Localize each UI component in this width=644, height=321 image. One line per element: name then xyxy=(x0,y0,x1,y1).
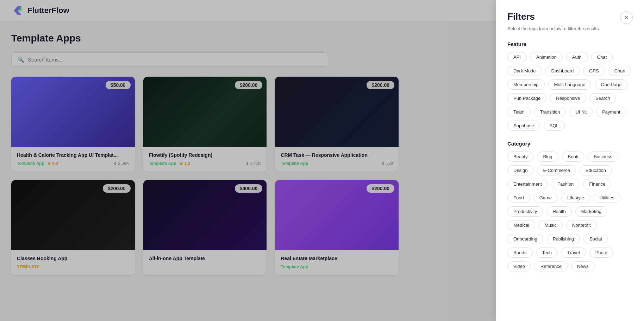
category-tag-music[interactable]: Music xyxy=(539,220,563,230)
category-tag-video[interactable]: Video xyxy=(507,261,531,271)
category-section-title: Category xyxy=(507,141,633,147)
category-tag-health[interactable]: Health xyxy=(546,206,572,217)
filter-title: Filters xyxy=(507,11,535,22)
feature-tag-membership[interactable]: Membership xyxy=(507,79,545,90)
feature-tag-dashboard[interactable]: Dashboard xyxy=(545,66,580,76)
category-tag-social[interactable]: Social xyxy=(583,234,608,244)
feature-tag-ui-kit[interactable]: UI Kit xyxy=(569,107,593,117)
category-tag-tech[interactable]: Tech xyxy=(536,248,558,258)
feature-tags-group: APIAnimationAuthChatDark ModeDashboardGP… xyxy=(507,52,633,131)
category-tags-group: BeautyBlogBookBusinessDesignE-CommerceEd… xyxy=(507,152,633,271)
category-tag-travel[interactable]: Travel xyxy=(561,248,586,258)
filter-panel: Filters × Select the tags from below to … xyxy=(496,0,644,286)
category-tag-marketing[interactable]: Marketing xyxy=(575,206,607,217)
feature-tag-pub-package[interactable]: Pub Package xyxy=(507,93,546,103)
filter-close-button[interactable]: × xyxy=(620,11,633,24)
category-tag-e-commerce[interactable]: E-Commerce xyxy=(537,165,576,175)
category-tag-publishing[interactable]: Publishing xyxy=(547,234,580,244)
feature-tag-multi-language[interactable]: Multi Language xyxy=(548,79,592,90)
category-tag-nonprofit[interactable]: Nonprofit xyxy=(566,220,597,230)
category-tag-productivity[interactable]: Productivity xyxy=(507,206,543,217)
category-tag-lifestyle[interactable]: Lifestyle xyxy=(561,193,590,203)
category-tag-education[interactable]: Education xyxy=(580,165,612,175)
category-tag-food[interactable]: Food xyxy=(507,193,530,203)
category-tag-finance[interactable]: Finance xyxy=(583,179,611,189)
feature-tag-team[interactable]: Team xyxy=(507,107,531,117)
feature-tag-chart[interactable]: Chart xyxy=(608,66,632,76)
category-tag-fashion[interactable]: Fashion xyxy=(551,179,580,189)
category-tag-entertainment[interactable]: Entertainment xyxy=(507,179,548,189)
category-tag-game[interactable]: Game xyxy=(533,193,558,203)
feature-tag-search[interactable]: Search xyxy=(589,93,616,103)
feature-section-title: Feature xyxy=(507,41,633,47)
category-tag-photo[interactable]: Photo xyxy=(589,248,613,258)
feature-tag-dark-mode[interactable]: Dark Mode xyxy=(507,66,542,76)
feature-tag-transition[interactable]: Transition xyxy=(534,107,566,117)
feature-tag-responsive[interactable]: Responsive xyxy=(550,93,586,103)
category-tag-beauty[interactable]: Beauty xyxy=(507,152,533,162)
category-tag-design[interactable]: Design xyxy=(507,165,533,175)
category-tag-blog[interactable]: Blog xyxy=(537,152,558,162)
filter-header: Filters × xyxy=(507,11,633,24)
category-tag-business[interactable]: Business xyxy=(588,152,618,162)
filter-subtitle: Select the tags from below to filter the… xyxy=(507,26,633,31)
feature-tag-auth[interactable]: Auth xyxy=(566,52,588,62)
category-tag-reference[interactable]: Reference xyxy=(534,261,568,271)
feature-tag-chat[interactable]: Chat xyxy=(591,52,613,62)
feature-tag-api[interactable]: API xyxy=(507,52,527,62)
category-tag-news[interactable]: News xyxy=(571,261,595,271)
feature-tag-sql[interactable]: SQL xyxy=(544,121,565,131)
feature-tag-supabase[interactable]: Supabase xyxy=(507,121,540,131)
feature-tag-payment[interactable]: Payment xyxy=(596,107,626,117)
category-tag-book[interactable]: Book xyxy=(562,152,584,162)
category-tag-sports[interactable]: Sports xyxy=(507,248,533,258)
feature-tag-gps[interactable]: GPS xyxy=(583,66,605,76)
feature-tag-one-page[interactable]: One Page xyxy=(595,79,627,90)
feature-tag-animation[interactable]: Animation xyxy=(530,52,563,62)
category-tag-onboarding[interactable]: Onboarding xyxy=(507,234,543,244)
category-tag-medical[interactable]: Medical xyxy=(507,220,535,230)
category-tag-utilities[interactable]: Utilities xyxy=(594,193,620,203)
